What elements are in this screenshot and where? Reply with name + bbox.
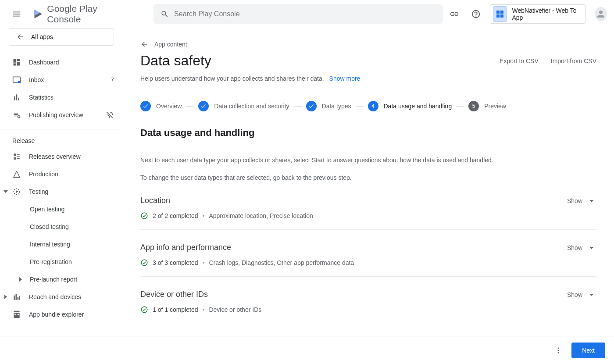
step-label: Overview [156, 103, 182, 110]
header: Google Play Console WebNativefier - Web … [0, 0, 614, 28]
sidebar-item-internal-testing[interactable]: Internal testing [0, 236, 123, 253]
page-description: Help users understand how your app colle… [140, 75, 596, 82]
sidebar-item-testing[interactable]: Testing [0, 183, 123, 200]
import-csv-button[interactable]: Import from CSV [551, 54, 596, 68]
nav-label: Testing [29, 188, 114, 195]
footer-bar: Next [0, 336, 614, 364]
reach-icon [12, 293, 21, 301]
group-device-ids: Device or other IDs Show 1 of 1 complete… [140, 277, 596, 323]
show-more-link[interactable]: Show more [329, 75, 361, 82]
caret-down-icon [3, 189, 9, 195]
step-data-usage[interactable]: 4 Data usage and handling [368, 101, 452, 111]
toggle-label: Show [567, 291, 582, 298]
step-overview[interactable]: Overview [140, 101, 182, 111]
svg-point-18 [558, 352, 559, 353]
step-label: Data collection and security [214, 103, 289, 110]
sidebar-item-reach-devices[interactable]: Reach and devices [0, 288, 123, 306]
export-csv-button[interactable]: Export to CSV [500, 54, 539, 68]
search-input[interactable] [174, 10, 436, 18]
account-avatar[interactable] [595, 7, 607, 21]
page-title: Data safety [140, 53, 487, 69]
section-p1: Next to each user data type your app col… [140, 155, 596, 165]
sidebar-item-inbox[interactable]: Inbox 7 [0, 71, 123, 89]
step-label: Data types [322, 103, 351, 110]
caret-right-icon [3, 294, 9, 300]
link-button[interactable] [446, 5, 462, 23]
app-selector[interactable]: WebNativefier - Web To App [490, 4, 586, 24]
sidebar-item-open-testing[interactable]: Open testing [0, 200, 123, 218]
main-content: App content Data safety Export to CSV Im… [123, 28, 614, 336]
sidebar-item-statistics[interactable]: Statistics [0, 89, 123, 106]
svg-point-13 [141, 213, 147, 219]
nav-label: Closed testing [30, 223, 114, 230]
svg-point-16 [558, 347, 559, 349]
chevron-down-icon [587, 243, 596, 253]
sidebar-item-closed-testing[interactable]: Closed testing [0, 218, 123, 236]
app-name: WebNativefier - Web To App [512, 7, 579, 21]
play-console-logo[interactable]: Google Play Console [31, 4, 124, 25]
inbox-icon [12, 75, 21, 84]
check-circle-icon [140, 212, 148, 220]
step-data-types[interactable]: Data types [306, 101, 351, 111]
show-toggle-device-ids[interactable]: Show [567, 290, 596, 300]
hamburger-icon [12, 9, 21, 19]
sidebar-item-app-bundle-explorer[interactable]: App bundle explorer [0, 306, 123, 323]
help-button[interactable] [468, 5, 483, 23]
step-connector [456, 106, 464, 107]
sidebar-item-production[interactable]: Production [0, 165, 123, 183]
section-title: Data usage and handling [140, 127, 596, 139]
search-bar[interactable] [154, 4, 443, 24]
breadcrumb-label: App content [154, 41, 187, 48]
stepper: Overview Data collection and security Da… [140, 101, 596, 111]
next-button[interactable]: Next [571, 343, 605, 358]
nav-label: Publishing overview [29, 111, 89, 118]
main-menu-button[interactable] [7, 4, 26, 25]
svg-marker-11 [19, 277, 22, 282]
all-apps-button[interactable]: All apps [9, 28, 114, 46]
status-text: 2 of 2 completed [153, 212, 198, 219]
sidebar-item-pre-registration[interactable]: Pre-registration [0, 253, 123, 271]
step-circle-pending: 5 [468, 101, 479, 111]
play-logo-icon [31, 7, 44, 21]
svg-rect-4 [496, 14, 500, 18]
sidebar-item-dashboard[interactable]: Dashboard [0, 54, 123, 71]
status-detail: Crash logs, Diagnostics, Other app perfo… [209, 259, 354, 266]
dashboard-icon [12, 58, 21, 67]
step-connector [294, 106, 302, 107]
svg-point-17 [558, 350, 559, 351]
section-p2: To change the user data types that are s… [140, 173, 596, 182]
step-data-collection[interactable]: Data collection and security [198, 101, 289, 111]
bullet-separator: • [203, 212, 205, 219]
step-preview[interactable]: 5 Preview [468, 101, 506, 111]
more-actions-button[interactable] [550, 343, 566, 358]
step-circle-done [198, 101, 209, 111]
check-circle-icon [140, 259, 148, 267]
svg-point-7 [18, 116, 20, 118]
nav-label: Open testing [30, 206, 114, 213]
nav-label: Internal testing [30, 241, 114, 248]
breadcrumb-back[interactable]: App content [140, 40, 596, 48]
show-toggle-location[interactable]: Show [567, 196, 596, 206]
inbox-count: 7 [111, 76, 114, 83]
sidebar-item-publishing-overview[interactable]: Publishing overview [0, 106, 123, 124]
section-description: Next to each user data type your app col… [140, 155, 596, 183]
sidebar-item-releases-overview[interactable]: Releases overview [0, 148, 123, 165]
help-icon [471, 9, 481, 19]
chevron-down-icon [587, 290, 596, 300]
step-connector [356, 106, 364, 107]
nav-label: Production [29, 171, 114, 178]
svg-rect-3 [500, 11, 503, 14]
svg-rect-2 [496, 11, 500, 14]
group-location: Location Show 2 of 2 completed • Approxi… [140, 183, 596, 230]
nav-label: Pre-registration [30, 258, 114, 265]
sidebar-item-pre-launch-report[interactable]: Pre-launch report [0, 271, 123, 288]
nav-label: App bundle explorer [29, 311, 114, 318]
nav-label: Inbox [29, 76, 103, 83]
status-text: 3 of 3 completed [153, 259, 198, 266]
show-toggle-app-info[interactable]: Show [567, 243, 596, 253]
nav-label: Reach and devices [29, 293, 114, 300]
svg-point-6 [18, 81, 20, 83]
bundle-icon [12, 310, 21, 319]
nav-section-release: Release [0, 135, 123, 148]
toggle-label: Show [567, 244, 582, 251]
